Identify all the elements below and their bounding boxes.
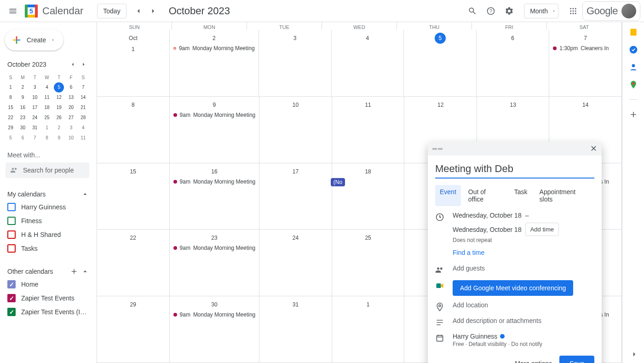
main-menu-button[interactable] <box>4 2 22 20</box>
calendar-day-cell[interactable]: 3 <box>259 30 332 96</box>
calendar-day-cell[interactable]: 99amMonday Morning Meeting <box>170 97 260 163</box>
mini-day[interactable]: 18 <box>42 103 52 113</box>
calendar-event[interactable]: 9amMonday Morning Meeting <box>172 111 258 119</box>
calendar-checkbox[interactable] <box>7 308 16 316</box>
calendar-day-cell[interactable]: 5 <box>404 30 477 96</box>
mini-day[interactable]: 26 <box>54 113 64 123</box>
mini-day[interactable]: 11 <box>78 133 88 143</box>
event-meta[interactable]: Free · Default visibility · Do not notif… <box>453 341 594 347</box>
calendar-checkbox[interactable] <box>7 230 16 239</box>
add-meet-button[interactable]: Add Google Meet video conferencing <box>453 280 573 296</box>
calendar-day-cell[interactable]: 31 <box>259 296 332 363</box>
calendar-event[interactable]: 9amMonday Morning Meeting <box>172 178 258 185</box>
new-event-chip[interactable]: (No <box>331 178 345 186</box>
calendar-day-cell[interactable]: 71:30pmCleaners In <box>549 30 622 96</box>
mini-day[interactable]: 11 <box>42 92 52 103</box>
calendar-checkbox[interactable] <box>7 217 16 225</box>
mini-day[interactable]: 5 <box>54 82 64 92</box>
calendar-owner[interactable]: Harry Guinness <box>453 333 497 340</box>
calendar-day-cell[interactable]: 239amMonday Morning Meeting <box>170 230 260 296</box>
tab-appointment-slots[interactable]: Appointment slots <box>535 185 594 206</box>
mini-day[interactable]: 28 <box>78 113 88 123</box>
maps-icon[interactable] <box>629 80 638 89</box>
mini-day[interactable]: 31 <box>30 123 40 133</box>
calendar-day-cell[interactable]: 18(No <box>332 163 405 230</box>
more-options-button[interactable]: More options <box>515 360 552 363</box>
tab-out-of-office[interactable]: Out of office <box>464 185 507 206</box>
start-date[interactable]: Wednesday, October 18 <box>453 212 522 219</box>
mini-day[interactable]: 6 <box>66 82 76 92</box>
mini-day[interactable]: 29 <box>6 123 16 133</box>
add-guests-field[interactable]: Add guests <box>453 265 594 272</box>
calendar-day-cell[interactable]: 1 <box>332 296 405 363</box>
mini-day[interactable]: 5 <box>6 133 16 143</box>
calendar-item[interactable]: Fitness <box>5 214 89 228</box>
add-description-field[interactable]: Add description or attachments <box>453 317 594 324</box>
calendar-event[interactable]: 9amMonday Morning Meeting <box>172 45 257 52</box>
add-calendar-icon[interactable] <box>70 267 78 276</box>
find-a-time-link[interactable]: Find a time <box>453 249 484 256</box>
mini-next-button[interactable] <box>78 59 89 70</box>
add-location-field[interactable]: Add location <box>453 301 594 309</box>
tab-event[interactable]: Event <box>435 185 461 206</box>
calendar-checkbox[interactable] <box>7 280 16 288</box>
calendar-day-cell[interactable]: 29amMonday Morning Meeting <box>170 30 259 96</box>
calendar-day-cell[interactable]: 4 <box>332 30 404 96</box>
other-calendars-toggle[interactable]: Other calendars <box>5 265 89 277</box>
calendar-day-cell[interactable]: Oct 1 <box>97 30 170 96</box>
repeat-label[interactable]: Does not repeat <box>453 237 594 243</box>
mini-day[interactable]: 17 <box>30 103 40 113</box>
mini-day[interactable]: 25 <box>42 113 52 123</box>
calendar-event[interactable]: 1:30pmCleaners In <box>551 45 620 52</box>
mini-day[interactable]: 3 <box>66 123 76 133</box>
mini-day[interactable]: 2 <box>54 123 64 133</box>
mini-day[interactable]: 9 <box>54 133 64 143</box>
calendar-day-cell[interactable]: 10 <box>259 97 332 163</box>
mini-day[interactable]: 22 <box>6 113 16 123</box>
mini-day[interactable]: 13 <box>66 92 76 103</box>
calendar-checkbox[interactable] <box>7 294 16 302</box>
today-button[interactable]: Today <box>97 4 126 18</box>
calendar-item[interactable]: Home <box>5 277 89 291</box>
calendar-item[interactable]: Zapier Test Events <box>5 291 89 305</box>
mini-day[interactable]: 30 <box>17 123 28 133</box>
apps-button[interactable] <box>564 2 582 20</box>
search-people-input[interactable]: Search for people <box>6 162 89 178</box>
mini-day[interactable]: 7 <box>78 82 88 92</box>
settings-button[interactable] <box>500 2 518 20</box>
prev-month-button[interactable] <box>131 4 146 18</box>
mini-day[interactable]: 24 <box>30 113 40 123</box>
mini-day[interactable]: 19 <box>54 103 64 113</box>
mini-day[interactable]: 1 <box>42 123 52 133</box>
end-date[interactable]: Wednesday, October 18 <box>453 226 522 233</box>
mini-day[interactable]: 21 <box>78 103 88 113</box>
collapse-panel-button[interactable] <box>630 350 638 358</box>
mini-day[interactable]: 10 <box>66 133 76 143</box>
calendar-day-cell[interactable]: 22 <box>97 230 170 296</box>
calendar-item[interactable]: H & H Shared <box>5 228 89 242</box>
calendar-day-cell[interactable]: 17 <box>259 163 332 230</box>
add-addon-icon[interactable] <box>629 110 638 119</box>
mini-day[interactable]: 4 <box>78 123 88 133</box>
next-month-button[interactable] <box>146 4 161 18</box>
contacts-icon[interactable] <box>629 63 638 72</box>
mini-day[interactable]: 20 <box>66 103 76 113</box>
search-button[interactable] <box>463 2 482 20</box>
calendar-checkbox[interactable] <box>7 244 16 253</box>
calendar-day-cell[interactable]: 8 <box>97 97 170 163</box>
mini-day[interactable]: 7 <box>30 133 40 143</box>
tab-task[interactable]: Task <box>510 185 532 206</box>
account-switcher[interactable]: Google <box>582 1 640 21</box>
help-button[interactable]: ? <box>482 2 500 20</box>
close-button[interactable]: ✕ <box>590 144 597 154</box>
mini-day[interactable]: 27 <box>66 113 76 123</box>
mini-day[interactable]: 14 <box>78 92 88 103</box>
drag-handle-icon[interactable]: ══ <box>432 145 443 152</box>
calendar-day-cell[interactable]: 6 <box>477 30 549 96</box>
view-dropdown[interactable]: Month <box>524 4 558 18</box>
mini-day[interactable]: 4 <box>42 82 52 92</box>
mini-day[interactable]: 2 <box>17 82 28 92</box>
calendar-item[interactable]: Zapier Test Events (In Pur... <box>5 305 89 319</box>
keep-icon[interactable] <box>629 28 638 37</box>
mini-day[interactable]: 8 <box>42 133 52 143</box>
